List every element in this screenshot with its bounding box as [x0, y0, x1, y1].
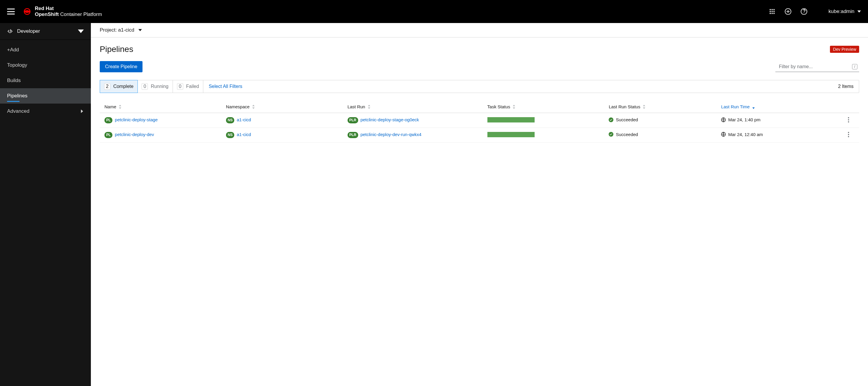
filter-failed-label: Failed: [186, 84, 199, 89]
username: kube:admin: [829, 8, 855, 14]
task-status-bar: [487, 132, 535, 137]
col-taskstatus-label: Task Status: [487, 104, 510, 109]
namespace-link[interactable]: a1-cicd: [237, 117, 251, 122]
namespace-cell: NS a1-cicd: [226, 132, 345, 138]
filter-complete-label: Complete: [113, 84, 133, 89]
nav-toggle-button[interactable]: [7, 8, 15, 14]
nav-pipelines[interactable]: Pipelines: [0, 88, 91, 103]
col-lastruntime-label: Last Run Time: [721, 104, 750, 109]
sort-icon: [368, 105, 371, 109]
namespace-link[interactable]: a1-cicd: [237, 132, 251, 137]
col-lastrunstatus[interactable]: Last Run Status: [609, 104, 719, 109]
nav-add-label: +Add: [7, 47, 19, 53]
masthead-actions: kube:admin: [769, 8, 861, 15]
col-lastrun[interactable]: Last Run: [347, 104, 485, 109]
nav-add[interactable]: +Add: [0, 42, 91, 58]
chevron-right-icon: [80, 110, 84, 113]
kebab-icon: [848, 132, 849, 137]
page-title: Pipelines: [100, 44, 133, 54]
perspective-switcher[interactable]: Developer: [0, 23, 91, 40]
nav-advanced[interactable]: Advanced: [0, 103, 91, 119]
filter-complete[interactable]: 2 Complete: [100, 80, 138, 93]
add-icon[interactable]: [785, 8, 791, 15]
svg-point-10: [848, 132, 849, 133]
primary-nav: +Add Topology Builds Pipelines Advanced: [0, 40, 91, 121]
brand-line2-rest: Container Platform: [59, 11, 102, 17]
time-text: Mar 24, 1:40 pm: [728, 117, 760, 122]
kebab-icon: [848, 117, 849, 122]
apps-icon[interactable]: [769, 8, 775, 15]
nav-topology[interactable]: Topology: [0, 58, 91, 73]
globe-icon: [721, 132, 726, 137]
svg-point-12: [848, 136, 849, 137]
success-icon: [609, 132, 613, 137]
success-icon: [609, 117, 613, 122]
caret-down-icon: [78, 28, 84, 34]
namespace-cell: NS a1-cicd: [226, 117, 345, 123]
lastrunstatus-cell: Succeeded: [609, 117, 719, 122]
nav-pipelines-label: Pipelines: [7, 93, 27, 99]
nav-topology-label: Topology: [7, 62, 27, 68]
filter-by-name-input[interactable]: [775, 62, 859, 72]
taskstatus-cell: [487, 132, 607, 137]
col-name[interactable]: Name: [104, 104, 224, 109]
dev-preview-badge: Dev Preview: [830, 46, 859, 53]
plr-badge: PLR: [347, 117, 358, 123]
lastrun-link[interactable]: petclinic-deploy-stage-og0eck: [361, 117, 419, 122]
col-lastruntime[interactable]: Last Run Time: [721, 104, 840, 109]
status-filter-bar: 2 Complete 0 Running 0 Failed Select All…: [100, 80, 859, 93]
sort-icon: [252, 105, 255, 109]
nav-advanced-label: Advanced: [7, 108, 30, 114]
ns-badge: NS: [226, 132, 235, 138]
masthead: Red Hat OpenShift Container Platform kub…: [0, 0, 868, 23]
user-menu[interactable]: kube:admin: [829, 8, 861, 14]
pipeline-link[interactable]: petclinic-deploy-dev: [115, 132, 154, 137]
create-pipeline-button[interactable]: Create Pipeline: [100, 61, 143, 72]
help-icon[interactable]: [801, 8, 807, 15]
caret-down-icon: [857, 10, 861, 13]
sidebar: Developer +Add Topology Builds Pipelines…: [0, 23, 91, 386]
filter-container: /: [775, 62, 859, 72]
sort-icon: [513, 105, 516, 109]
lastrun-link[interactable]: petclinic-deploy-dev-run-qwkx4: [361, 132, 422, 137]
pipeline-name-cell: PL petclinic-deploy-stage: [104, 117, 224, 123]
pl-badge: PL: [104, 132, 113, 138]
table-row: PL petclinic-deploy-dev NS a1-cicd PLR p…: [100, 128, 859, 143]
pl-badge: PL: [104, 117, 113, 123]
filter-running[interactable]: 0 Running: [137, 80, 173, 93]
filter-failed[interactable]: 0 Failed: [173, 80, 203, 93]
col-taskstatus[interactable]: Task Status: [487, 104, 607, 109]
pipeline-name-cell: PL petclinic-deploy-dev: [104, 132, 224, 138]
taskstatus-cell: [487, 117, 607, 122]
nav-builds[interactable]: Builds: [0, 73, 91, 88]
svg-point-11: [848, 134, 849, 135]
pipeline-link[interactable]: petclinic-deploy-stage: [115, 117, 158, 122]
brand-line1: Red Hat: [35, 6, 102, 11]
main-content: Project: a1-cicd Pipelines Dev Preview C…: [91, 23, 868, 386]
filter-running-count: 0: [142, 83, 148, 90]
select-all-filters-link[interactable]: Select All Filters: [203, 84, 248, 89]
project-selector[interactable]: Project: a1-cicd: [91, 23, 868, 37]
status-text: Succeeded: [616, 117, 638, 122]
svg-point-5: [848, 117, 849, 118]
slash-shortcut-hint: /: [852, 64, 857, 69]
col-name-label: Name: [104, 104, 116, 109]
redhat-logo-icon: [23, 7, 31, 16]
task-status-bar: [487, 117, 535, 122]
lastruntime-cell: Mar 24, 12:40 am: [721, 132, 840, 137]
plr-badge: PLR: [347, 132, 358, 138]
pipelines-table: Name Namespace Last Run Task Status Last…: [100, 101, 859, 143]
caret-down-icon: [138, 28, 142, 32]
perspective-label: Developer: [17, 28, 40, 34]
col-namespace[interactable]: Namespace: [226, 104, 345, 109]
svg-point-6: [848, 119, 849, 120]
table-row: PL petclinic-deploy-stage NS a1-cicd PLR…: [100, 113, 859, 128]
row-actions-button[interactable]: [843, 117, 855, 122]
sort-icon: [643, 105, 646, 109]
col-namespace-label: Namespace: [226, 104, 250, 109]
row-actions-button[interactable]: [843, 132, 855, 137]
table-header: Name Namespace Last Run Task Status Last…: [100, 101, 859, 113]
project-label: Project: a1-cicd: [100, 27, 134, 33]
lastrunstatus-cell: Succeeded: [609, 132, 719, 137]
time-text: Mar 24, 12:40 am: [728, 132, 763, 137]
